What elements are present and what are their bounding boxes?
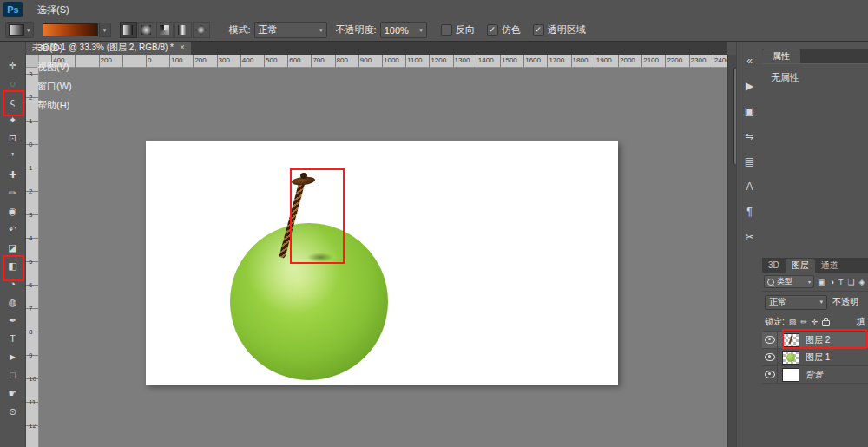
layer-row[interactable]: 图层 1 [762,349,868,366]
canvas-workspace[interactable] [38,67,727,447]
filter-type-select[interactable]: 类型 ▾ [764,275,814,288]
filter-type-icon[interactable]: T [838,278,844,286]
chevron-down-icon: ▾ [315,27,323,34]
ruler-label: 1100 [407,56,422,64]
ruler-label: 200 [101,56,112,64]
gradient-tool[interactable]: ◧ [2,257,24,275]
filter-adjustment-icon[interactable]: ◑ [830,278,834,286]
expand-panels-button[interactable]: « [740,51,760,70]
radial-gradient-button[interactable] [138,22,155,38]
ruler-label: 1900 [596,56,612,64]
visibility-toggle[interactable] [762,332,778,348]
hand-tool[interactable]: ☛ [2,385,24,403]
blend-mode-select[interactable]: 正常 ▾ [254,22,327,38]
actions-panel-button[interactable]: ▶ [740,76,760,95]
layer-thumbnail[interactable] [782,333,799,347]
tool-preset-picker[interactable]: ▾ [5,22,34,38]
menu-item[interactable]: 选择(S) [30,0,80,19]
checkbox-box[interactable]: ✓ [533,24,544,36]
layer-row[interactable]: 背景 [762,366,868,384]
eyedropper-tool[interactable]: ❜ [2,148,24,166]
stem-thumbnail-mark [789,335,792,343]
radial-gradient-icon [141,25,151,35]
character-panel-button[interactable]: A [740,177,760,196]
layer-row[interactable]: 图层 2 [762,332,868,349]
ruler-label: 600 [289,56,300,64]
layer-opacity-label: 不透明 [832,296,858,308]
filter-smart-icon[interactable]: ◈ [859,278,865,286]
eraser-tool[interactable]: ◪ [2,239,24,257]
menu-item[interactable]: 窗口(W) [30,76,80,95]
checkbox-box[interactable]: ✓ [487,24,498,36]
histogram-panel-button[interactable]: ▤ [740,152,760,171]
document-tab-bar: 未标题-1 @ 33.3% (图层 2, RGB/8) * × [26,41,727,55]
properties-tab-bar: 属性 [762,49,868,63]
lock-transparency-icon[interactable]: ▨ [789,318,797,326]
close-tab-icon[interactable]: × [180,43,185,52]
layers-group-tab[interactable]: 3D [762,259,786,273]
collapsed-panels-strip: «▶▣⇋▤A¶✂ [736,41,762,447]
brush-tool[interactable]: ✏ [2,184,24,202]
eye-icon [765,353,775,361]
visibility-toggle[interactable] [762,349,778,365]
healing-brush-tool[interactable]: ✚ [2,166,24,184]
checkbox-box[interactable] [441,24,452,36]
linear-gradient-button[interactable] [120,22,137,38]
lock-icons: ▨✏✛ [789,318,831,326]
adjustments-panel-button[interactable]: ⇋ [740,127,760,146]
no-properties-text: 无属性 [762,64,868,91]
ruler-label: 800 [337,56,348,64]
pen-tool[interactable]: ✒ [2,312,24,330]
lock-pixels-icon[interactable]: ✏ [800,318,807,326]
lasso-tool[interactable]: ς [2,93,24,111]
opacity-select[interactable]: 100% ▾ [380,22,427,38]
dodge-tool[interactable]: ◍ [2,293,24,312]
layers-group-tab[interactable]: 图层 [786,259,815,273]
layer-thumbnail[interactable] [782,351,799,365]
path-selection-tool[interactable]: ► [2,348,24,366]
marquee-tool[interactable]: ◌ [2,75,24,93]
gradient-preview[interactable] [43,23,98,36]
clone-stamp-tool[interactable]: ◉ [2,202,24,220]
scissors-panel-button[interactable]: ✂ [740,227,760,247]
healing-brush-tool-icon: ✚ [9,170,16,180]
filter-shape-icon[interactable]: ❏ [847,278,854,286]
history-brush-tool[interactable]: ↶ [2,220,24,239]
menu-item[interactable]: 视图(V) [30,57,80,76]
histogram-panel-icon: ▤ [745,156,754,167]
crop-tool[interactable]: ⊡ [2,129,24,148]
layer-blend-mode-select[interactable]: 正常 ▾ [765,295,827,310]
option-checkbox[interactable]: 反向 [441,23,475,36]
gradient-picker-arrow[interactable]: ▾ [99,23,111,37]
quick-selection-tool[interactable]: ✦ [2,111,24,129]
character-panel-icon: A [746,181,753,192]
option-checkbox[interactable]: ✓透明区域 [533,23,586,36]
ruler-label: 7 [29,305,32,312]
scissors-panel-icon: ✂ [745,232,753,242]
chevron-down-icon: ▾ [415,27,423,34]
diamond-gradient-button[interactable] [193,22,210,38]
linear-gradient-icon [123,25,133,35]
lock-all-icon[interactable] [822,320,830,326]
menu-item[interactable]: 帮助(H) [30,95,80,115]
document-canvas[interactable] [146,141,618,385]
panel-column: 属性 无属性 3D图层通道 类型 ▾ ▣◑T❏◈ 正常 ▾ 不透明 [762,41,868,447]
paragraph-panel-button[interactable]: ¶ [740,202,760,221]
layer-thumbnail[interactable] [782,368,799,382]
layers-group-tab[interactable]: 通道 [815,259,845,273]
type-tool[interactable]: T [2,330,24,348]
ruler-label: 2400 [714,56,727,64]
reflected-gradient-button[interactable] [174,22,192,38]
lock-position-icon[interactable]: ✛ [812,318,819,326]
ruler-label: 8 [29,328,32,336]
clone-source-panel-button[interactable]: ▣ [740,102,760,121]
blur-tool[interactable]: ◔ [2,275,24,293]
angle-gradient-button[interactable] [156,22,174,38]
shape-tool[interactable]: □ [2,366,24,385]
visibility-toggle[interactable] [762,366,778,383]
move-tool[interactable]: ✛ [2,56,24,75]
zoom-tool[interactable]: ⊙ [2,403,24,421]
tab-properties[interactable]: 属性 [762,49,800,63]
option-checkbox[interactable]: ✓仿色 [487,23,521,36]
filter-pixel-icon[interactable]: ▣ [818,278,825,286]
